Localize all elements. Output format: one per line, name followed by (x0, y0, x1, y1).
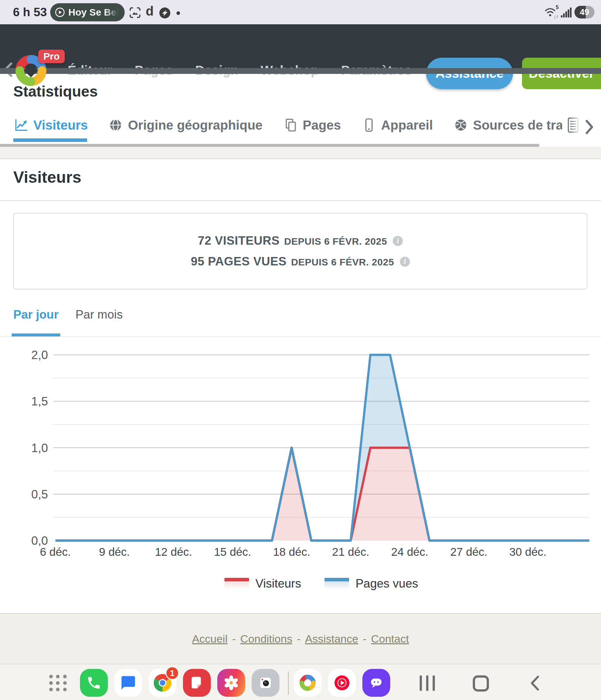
footer-separator: - (232, 632, 236, 645)
tab-pages[interactable]: Pages (283, 118, 341, 132)
tab-origine-geographique[interactable]: Origine géographique (108, 118, 263, 132)
legend-label: Visiteurs (256, 577, 301, 591)
footer-separator: - (363, 632, 366, 645)
info-icon[interactable]: i (400, 257, 410, 267)
purple-chat-app-icon[interactable] (362, 669, 390, 697)
visitors-area-chart: 2,01,51,00,50,06 déc.9 déc.12 déc.15 déc… (0, 344, 601, 567)
home-nav-icon[interactable] (473, 675, 489, 692)
messages-app-icon[interactable] (114, 669, 142, 697)
tab-appareil[interactable]: Appareil (362, 118, 433, 132)
svg-text:15 déc.: 15 déc. (214, 545, 251, 558)
battery-indicator: 49 (574, 6, 595, 19)
svg-text:30 déc.: 30 déc. (509, 545, 547, 558)
chrome-app-icon[interactable]: 1 (149, 669, 177, 697)
svg-text:0,5: 0,5 (31, 488, 48, 501)
media-notification-pill[interactable]: Hoy Se Beb (50, 3, 125, 21)
legend-item: Visiteurs (225, 577, 301, 591)
sitebuilder-app-icon[interactable] (294, 669, 321, 697)
visitors-summary-line: 72 VISITEURS DEPUIS 6 FÉVR. 2025 i (198, 234, 403, 248)
footer-link-accueil[interactable]: Accueil (192, 632, 228, 645)
navbar-shadow-strip (0, 68, 601, 74)
phone-app-icon[interactable] (80, 669, 108, 697)
pages-icon (283, 118, 297, 132)
legend-swatch (324, 578, 349, 590)
svg-text:27 déc.: 27 déc. (450, 545, 487, 558)
visitors-count: 72 VISITEURS (198, 234, 280, 248)
dock-divider (288, 672, 289, 695)
summary-box: 72 VISITEURS DEPUIS 6 FÉVR. 2025 i 95 PA… (13, 213, 587, 290)
globe-icon (108, 118, 123, 132)
svg-text:18 déc.: 18 déc. (273, 545, 310, 558)
tab-sources-de-trafic[interactable]: Sources de trafic (454, 118, 562, 132)
visitors-since: DEPUIS 6 FÉVR. 2025 (284, 235, 387, 247)
pageviews-since: DEPUIS 6 FÉVR. 2025 (291, 255, 394, 268)
camera-app-icon[interactable] (252, 669, 280, 697)
svg-text:12 déc.: 12 déc. (155, 545, 192, 558)
svg-text:1,0: 1,0 (31, 442, 48, 455)
wifi-updown-arrows: ↓↑ (554, 14, 558, 19)
footer-link-conditions[interactable]: Conditions (240, 632, 292, 645)
section-title: Visiteurs (13, 168, 81, 187)
legend-swatch (225, 578, 249, 590)
d-app-notification-icon: d (146, 4, 154, 19)
period-tab-baseline (0, 336, 601, 337)
active-tab-underline (13, 139, 87, 142)
status-bar: 6 h 53 Hoy Se Beb d 5 ↓↑ (0, 0, 601, 24)
svg-text:2,0: 2,0 (31, 348, 48, 362)
tab-visiteurs[interactable]: Visiteurs (13, 118, 88, 132)
screenshot-icon (129, 6, 141, 19)
pageviews-summary-line: 95 PAGES VUES DEPUIS 6 FÉVR. 2025 i (191, 255, 410, 268)
legend-label: Pages vues (356, 577, 418, 591)
cellular-signal-icon (561, 6, 573, 18)
line-chart-icon (13, 118, 28, 132)
svg-text:6 déc.: 6 déc. (40, 545, 71, 558)
notification-dot-icon (177, 11, 180, 15)
stats-tab-bar: Visiteurs Origine géographique Pages App… (13, 113, 562, 138)
app-drawer-icon[interactable] (49, 675, 67, 692)
chart-legend: VisiteursPages vues (42, 577, 601, 591)
wifi-5g-badge: 5 (556, 4, 558, 10)
wifi-icon: 5 ↓↑ (544, 4, 560, 20)
yt-music-app-icon[interactable] (328, 669, 356, 697)
pro-badge: Pro (38, 50, 65, 63)
clock: 6 h 53 (13, 5, 47, 19)
divider (0, 200, 601, 201)
svg-text:1,5: 1,5 (31, 395, 48, 408)
traffic-globe-icon (454, 118, 468, 132)
smartphone-icon (362, 118, 376, 132)
footer-link-contact[interactable]: Contact (371, 632, 409, 645)
notes-app-icon[interactable] (183, 669, 211, 697)
svg-text:9 déc.: 9 déc. (99, 545, 130, 558)
gallery-app-icon[interactable] (217, 669, 245, 697)
info-icon[interactable]: i (393, 236, 403, 246)
messenger-icon (159, 7, 171, 19)
pageviews-count: 95 PAGES VUES (191, 255, 287, 268)
recents-nav-icon[interactable] (420, 675, 435, 691)
tabs-scroll-chevron-icon[interactable] (583, 119, 595, 135)
section-separator-band (0, 147, 601, 159)
footer-separator: - (297, 632, 300, 645)
android-dock: 1 (0, 664, 601, 700)
footer-link-assistance[interactable]: Assistance (305, 632, 358, 645)
svg-text:21 déc.: 21 déc. (332, 545, 369, 558)
site-footer: Accueil - Conditions - Assistance - Cont… (0, 613, 601, 664)
chrome-notification-badge: 1 (165, 666, 179, 680)
back-nav-icon[interactable] (528, 675, 542, 691)
tabs-scrollbar[interactable] (0, 144, 601, 147)
svg-text:24 déc.: 24 déc. (391, 545, 428, 558)
app-navbar: Pro Éditeur Pages Design Webshop Paramèt… (0, 24, 601, 68)
battery-percent: 49 (580, 7, 589, 17)
tabs-scrollbar-thumb[interactable] (0, 144, 539, 147)
more-tab-list-icon (566, 117, 581, 133)
play-circle-icon (55, 7, 65, 18)
tab-par-jour[interactable]: Par jour (13, 308, 59, 322)
tab-par-mois[interactable]: Par mois (75, 308, 123, 322)
legend-item: Pages vues (324, 577, 418, 591)
media-title: Hoy Se Beb (68, 7, 120, 18)
